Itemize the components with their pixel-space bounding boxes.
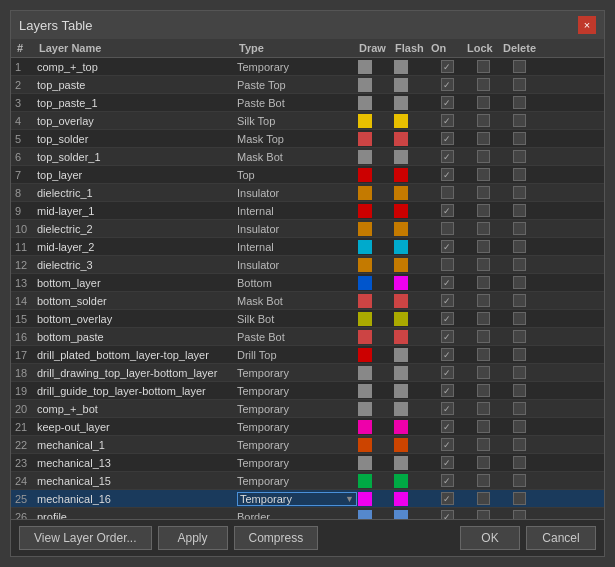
lock-checkbox[interactable] xyxy=(477,312,490,325)
flash-color-box[interactable] xyxy=(394,132,408,146)
delete-checkbox[interactable] xyxy=(513,456,526,469)
delete-checkbox[interactable] xyxy=(513,114,526,127)
apply-button[interactable]: Apply xyxy=(158,526,228,550)
lock-checkbox[interactable] xyxy=(477,276,490,289)
table-row[interactable]: 9mid-layer_1Internal xyxy=(11,202,604,220)
draw-color-box[interactable] xyxy=(358,312,372,326)
lock-checkbox[interactable] xyxy=(477,420,490,433)
lock-checkbox[interactable] xyxy=(477,78,490,91)
draw-color-box[interactable] xyxy=(358,348,372,362)
flash-color-box[interactable] xyxy=(394,276,408,290)
flash-color-box[interactable] xyxy=(394,384,408,398)
flash-color-box[interactable] xyxy=(394,456,408,470)
on-checkbox[interactable] xyxy=(441,186,454,199)
draw-color-box[interactable] xyxy=(358,438,372,452)
delete-checkbox[interactable] xyxy=(513,348,526,361)
table-row[interactable]: 3top_paste_1Paste Bot xyxy=(11,94,604,112)
on-checkbox[interactable] xyxy=(441,420,454,433)
compress-button[interactable]: Compress xyxy=(234,526,319,550)
flash-color-box[interactable] xyxy=(394,96,408,110)
table-row[interactable]: 1comp_+_topTemporary xyxy=(11,58,604,76)
draw-color-box[interactable] xyxy=(358,150,372,164)
draw-color-box[interactable] xyxy=(358,96,372,110)
lock-checkbox[interactable] xyxy=(477,258,490,271)
draw-color-box[interactable] xyxy=(358,510,372,520)
table-row[interactable]: 17drill_plated_bottom_layer-top_layerDri… xyxy=(11,346,604,364)
flash-color-box[interactable] xyxy=(394,510,408,520)
flash-color-box[interactable] xyxy=(394,294,408,308)
delete-checkbox[interactable] xyxy=(513,150,526,163)
table-row[interactable]: 13bottom_layerBottom xyxy=(11,274,604,292)
table-row[interactable]: 24mechanical_15Temporary xyxy=(11,472,604,490)
lock-checkbox[interactable] xyxy=(477,510,490,519)
table-row[interactable]: 12dielectric_3Insulator xyxy=(11,256,604,274)
delete-checkbox[interactable] xyxy=(513,204,526,217)
on-checkbox[interactable] xyxy=(441,438,454,451)
draw-color-box[interactable] xyxy=(358,294,372,308)
draw-color-box[interactable] xyxy=(358,168,372,182)
table-row[interactable]: 23mechanical_13Temporary xyxy=(11,454,604,472)
flash-color-box[interactable] xyxy=(394,312,408,326)
delete-checkbox[interactable] xyxy=(513,492,526,505)
flash-color-box[interactable] xyxy=(394,186,408,200)
table-row[interactable]: 20comp_+_botTemporary xyxy=(11,400,604,418)
lock-checkbox[interactable] xyxy=(477,96,490,109)
table-row[interactable]: 7top_layerTop xyxy=(11,166,604,184)
draw-color-box[interactable] xyxy=(358,204,372,218)
lock-checkbox[interactable] xyxy=(477,222,490,235)
delete-checkbox[interactable] xyxy=(513,384,526,397)
on-checkbox[interactable] xyxy=(441,78,454,91)
on-checkbox[interactable] xyxy=(441,294,454,307)
table-row[interactable]: 25mechanical_16Temporary▼ xyxy=(11,490,604,508)
lock-checkbox[interactable] xyxy=(477,204,490,217)
delete-checkbox[interactable] xyxy=(513,366,526,379)
draw-color-box[interactable] xyxy=(358,114,372,128)
on-checkbox[interactable] xyxy=(441,258,454,271)
lock-checkbox[interactable] xyxy=(477,402,490,415)
delete-checkbox[interactable] xyxy=(513,60,526,73)
draw-color-box[interactable] xyxy=(358,240,372,254)
on-checkbox[interactable] xyxy=(441,150,454,163)
delete-checkbox[interactable] xyxy=(513,330,526,343)
lock-checkbox[interactable] xyxy=(477,330,490,343)
lock-checkbox[interactable] xyxy=(477,366,490,379)
lock-checkbox[interactable] xyxy=(477,240,490,253)
table-row[interactable]: 6top_solder_1Mask Bot xyxy=(11,148,604,166)
table-row[interactable]: 18drill_drawing_top_layer-bottom_layerTe… xyxy=(11,364,604,382)
flash-color-box[interactable] xyxy=(394,420,408,434)
table-row[interactable]: 2top_pastePaste Top xyxy=(11,76,604,94)
lock-checkbox[interactable] xyxy=(477,456,490,469)
flash-color-box[interactable] xyxy=(394,204,408,218)
draw-color-box[interactable] xyxy=(358,402,372,416)
lock-checkbox[interactable] xyxy=(477,438,490,451)
on-checkbox[interactable] xyxy=(441,492,454,505)
draw-color-box[interactable] xyxy=(358,78,372,92)
delete-checkbox[interactable] xyxy=(513,258,526,271)
table-row[interactable]: 5top_solderMask Top xyxy=(11,130,604,148)
delete-checkbox[interactable] xyxy=(513,222,526,235)
draw-color-box[interactable] xyxy=(358,420,372,434)
draw-color-box[interactable] xyxy=(358,186,372,200)
table-row[interactable]: 10dielectric_2Insulator xyxy=(11,220,604,238)
delete-checkbox[interactable] xyxy=(513,168,526,181)
delete-checkbox[interactable] xyxy=(513,78,526,91)
delete-checkbox[interactable] xyxy=(513,294,526,307)
draw-color-box[interactable] xyxy=(358,456,372,470)
on-checkbox[interactable] xyxy=(441,240,454,253)
table-row[interactable]: 8dielectric_1Insulator xyxy=(11,184,604,202)
delete-checkbox[interactable] xyxy=(513,132,526,145)
flash-color-box[interactable] xyxy=(394,78,408,92)
flash-color-box[interactable] xyxy=(394,492,408,506)
table-row[interactable]: 19drill_guide_top_layer-bottom_layerTemp… xyxy=(11,382,604,400)
delete-checkbox[interactable] xyxy=(513,96,526,109)
lock-checkbox[interactable] xyxy=(477,114,490,127)
on-checkbox[interactable] xyxy=(441,276,454,289)
lock-checkbox[interactable] xyxy=(477,492,490,505)
type-dropdown[interactable]: Temporary▼ xyxy=(237,492,357,506)
on-checkbox[interactable] xyxy=(441,474,454,487)
on-checkbox[interactable] xyxy=(441,222,454,235)
on-checkbox[interactable] xyxy=(441,366,454,379)
draw-color-box[interactable] xyxy=(358,60,372,74)
table-row[interactable]: 21keep-out_layerTemporary xyxy=(11,418,604,436)
delete-checkbox[interactable] xyxy=(513,510,526,519)
